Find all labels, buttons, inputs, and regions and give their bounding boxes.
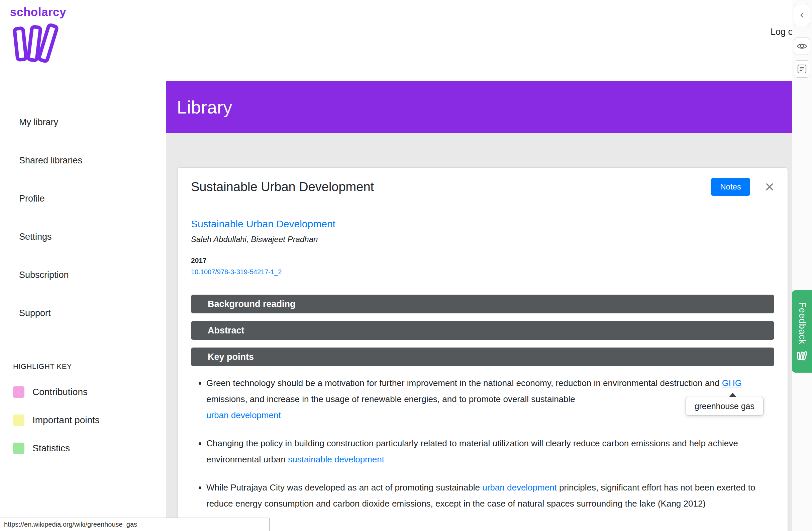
feedback-label: Feedback [797, 302, 807, 345]
section-label: Abstract [208, 325, 245, 336]
highlight-key: HIGHLIGHT KEY Contributions Important po… [13, 362, 100, 471]
section-background-reading[interactable]: Background reading [191, 295, 774, 313]
sidebar-item-settings[interactable]: Settings [19, 232, 82, 242]
highlight-key-row: Contributions [13, 386, 100, 398]
authors: Saleh Abdullahi, Biswajeet Pradhan [191, 234, 774, 244]
doi-link[interactable]: 10.1007/978-3-319-54217-1_2 [191, 268, 774, 276]
notes-button[interactable]: Notes [711, 178, 750, 196]
highlight-key-label: Important points [32, 415, 100, 425]
statistics-swatch [13, 443, 25, 454]
sidebar-item-my-library[interactable]: My library [19, 117, 82, 127]
content-area: Sustainable Urban Development Notes × Su… [166, 133, 792, 531]
sidebar-item-shared-libraries[interactable]: Shared libraries [19, 155, 82, 165]
tooltip-arrow-icon [729, 393, 736, 397]
contributions-swatch [13, 386, 25, 398]
section-label: Background reading [208, 299, 296, 309]
tooltip-text: greenhouse gas [695, 402, 754, 411]
important-points-swatch [13, 415, 25, 426]
urban-development-link[interactable]: urban development [206, 410, 281, 420]
sidebar-item-subscription[interactable]: Subscription [19, 270, 82, 280]
eye-icon [797, 43, 807, 50]
scholarcy-logo[interactable]: scholarcy [10, 5, 66, 66]
section-abstract[interactable]: Abstract [191, 321, 774, 340]
urban-development-link[interactable]: urban development [482, 483, 557, 492]
collapse-panel-button[interactable]: ‹ [794, 4, 810, 26]
key-points-list: Green technology should be a motivation … [191, 375, 774, 512]
close-icon[interactable]: × [765, 179, 774, 195]
page-header: Library [166, 81, 792, 133]
key-point-text: Green technology should be a motivation … [206, 378, 722, 388]
sidebar: scholarcy My library Shared libraries Pr… [0, 0, 166, 531]
scholarcy-mark-icon [796, 351, 808, 361]
publication-year: 2017 [191, 256, 774, 265]
ghg-tooltip: greenhouse gas [685, 397, 764, 416]
preview-button[interactable] [794, 38, 810, 55]
highlight-key-row: Statistics [13, 443, 100, 454]
main-content: Library Sustainable Urban Development No… [166, 81, 792, 531]
highlight-key-label: Contributions [32, 387, 88, 397]
highlight-key-label: Statistics [32, 443, 70, 454]
document-title: Sustainable Urban Development [191, 180, 711, 194]
document-card-body: Sustainable Urban Development Saleh Abdu… [178, 206, 787, 531]
paper-title-link[interactable]: Sustainable Urban Development [191, 218, 774, 230]
sidebar-nav: My library Shared libraries Profile Sett… [19, 117, 82, 346]
highlight-key-row: Important points [13, 415, 100, 426]
status-bar-url: https://en.wikipedia.org/wiki/greenhouse… [0, 518, 270, 531]
key-point-text: While Putrajaya City was developed as an… [206, 483, 482, 492]
section-label: Key points [208, 352, 254, 362]
sidebar-item-support[interactable]: Support [19, 308, 82, 318]
sidebar-item-profile[interactable]: Profile [19, 194, 82, 204]
book-stack-icon [10, 22, 60, 66]
sustainable-development-link[interactable]: sustainable development [288, 454, 384, 464]
key-point-item: While Putrajaya City was developed as an… [206, 479, 774, 512]
note-icon [797, 64, 807, 74]
logo-wordmark: scholarcy [10, 5, 66, 19]
ghg-link-text: GHG [722, 378, 742, 388]
section-key-points[interactable]: Key points [191, 348, 774, 366]
document-card: Sustainable Urban Development Notes × Su… [177, 167, 788, 531]
feedback-tab[interactable]: Feedback [792, 290, 812, 373]
key-point-item: Changing the policy in building construc… [206, 435, 774, 467]
right-rail: ‹ [792, 0, 812, 531]
chevron-left-icon: ‹ [800, 8, 803, 21]
page-title: Library [177, 97, 232, 117]
ghg-link[interactable]: GHGgreenhouse gas [722, 378, 742, 388]
key-point-text: emissions, and increase in the usage of … [206, 394, 575, 404]
notes-panel-button[interactable] [794, 60, 810, 78]
key-point-text: Changing the policy in building construc… [206, 438, 738, 464]
document-card-header: Sustainable Urban Development Notes × [178, 168, 787, 206]
key-point-item: Green technology should be a motivation … [206, 375, 774, 423]
highlight-key-title: HIGHLIGHT KEY [13, 362, 100, 371]
